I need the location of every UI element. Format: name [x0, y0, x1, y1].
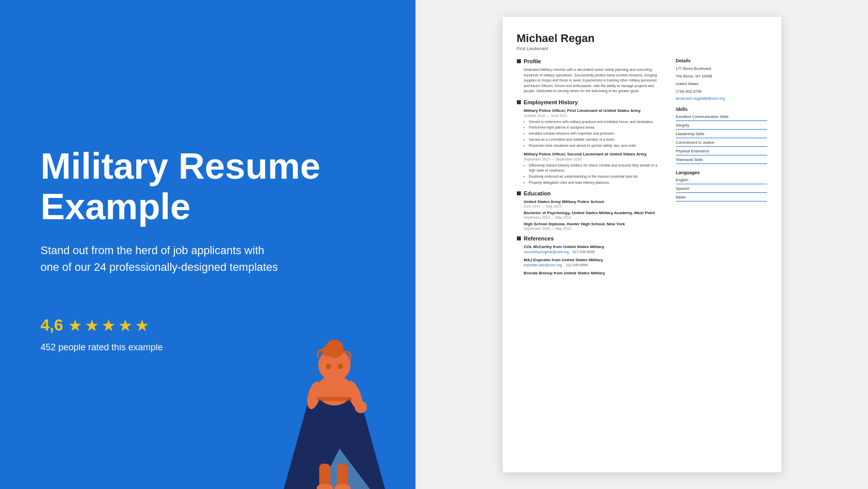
- page-title: Military Resume Example: [41, 146, 375, 226]
- left-panel: Military Resume Example Stand out from t…: [0, 0, 416, 489]
- employment-section-header: Employment History: [517, 99, 663, 105]
- star-2: ★: [85, 316, 99, 335]
- resume-sidebar-column: Details 177 Bronx Boulevard The Bronx, N…: [671, 58, 767, 279]
- job-1-date: October 2016 — June 2021: [524, 114, 663, 117]
- skill-5: Physical Endurance: [676, 149, 767, 155]
- skill-1: Excellent Communication Skills: [676, 114, 767, 121]
- svg-point-6: [326, 363, 331, 370]
- lang-3: Italian: [676, 195, 767, 201]
- ref-1-name: COL McCarthy from United States Military: [524, 244, 663, 249]
- skills-title: Skills: [676, 107, 767, 112]
- details-title: Details: [676, 58, 767, 63]
- references-content: COL McCarthy from United States Military…: [517, 244, 663, 275]
- job-1-title: Military Police Officer, First Lieutenan…: [524, 108, 663, 113]
- svg-point-7: [338, 363, 343, 370]
- bullet-item: Performed night patrols in assigned area…: [529, 125, 663, 130]
- employment-title: Employment History: [524, 99, 578, 105]
- ref-2-contact: espositio.alan@usm.org 212-345-6599: [524, 263, 663, 267]
- profile-icon: [517, 59, 521, 63]
- education-content: United States Army Military Police Schoo…: [517, 199, 663, 230]
- bullet-item: Routinely enforced an understanding of t…: [529, 174, 663, 179]
- rating-number: 4,6: [41, 316, 63, 335]
- svg-point-9: [355, 401, 367, 413]
- resume-card: Michael Regan First Lieutenant Profile D…: [503, 17, 781, 472]
- resume-body: Profile Dedicated Military member with a…: [517, 58, 767, 279]
- employment-icon: [517, 100, 521, 104]
- skill-4: Commitment to Justice: [676, 140, 767, 147]
- edu-1-institution: United States Army Military Police Schoo…: [524, 199, 663, 204]
- profile-section-header: Profile: [517, 58, 663, 64]
- resume-job-title: First Lieutenant: [517, 46, 767, 51]
- edu-2-institution: Bachelor of Psychology, United States Mi…: [524, 211, 663, 215]
- stars: ★ ★ ★ ★ ★: [68, 316, 149, 335]
- education-section-header: Education: [517, 190, 663, 196]
- bullet-item: Served in coherence with military practi…: [529, 119, 663, 125]
- lang-2: Spanish: [676, 186, 767, 193]
- job-2-title: Military Police Officer, Second Lieutena…: [524, 152, 663, 156]
- job-2: Military Police Officer, Second Lieutena…: [524, 152, 663, 185]
- skill-2: Integrity: [676, 123, 767, 130]
- bullet-item: Served as a committed and reliable membe…: [529, 137, 663, 142]
- address-country: United States: [676, 81, 767, 87]
- ref-1: COL McCarthy from United States Military…: [524, 244, 663, 254]
- education-icon: [517, 191, 521, 195]
- profile-text: Dedicated Military member with a decorat…: [517, 67, 663, 94]
- phone: (718) 832-3799: [676, 89, 767, 95]
- education-title: Education: [524, 190, 551, 196]
- skill-3: Leadership Skills: [676, 132, 767, 138]
- bullet-item: Handled combat missions with expertise a…: [529, 131, 663, 136]
- ref-1-email: mcccarthy.eugene@usm.org: [524, 250, 569, 254]
- resume-header: Michael Regan First Lieutenant: [517, 32, 767, 51]
- references-icon: [517, 236, 521, 240]
- svg-rect-15: [317, 397, 352, 401]
- star-4: ★: [118, 316, 133, 335]
- address-line2: The Bronx, NY 10458: [676, 73, 767, 79]
- star-5: ★: [135, 316, 149, 335]
- star-3: ★: [101, 316, 116, 335]
- resume-main-column: Profile Dedicated Military member with a…: [517, 58, 663, 279]
- lang-1: English: [676, 178, 767, 184]
- ref-2: MAJ Esposito from United States Military…: [524, 258, 663, 267]
- edu-3-dates: September 2006 — May 2010: [524, 227, 663, 230]
- edu-3-institution: High School Diploma, Hunter High School,…: [524, 222, 663, 226]
- bullet-item: Effectively trained infantry soldiers fo…: [529, 163, 663, 173]
- ref-2-email: espositio.alan@usm.org: [524, 263, 562, 267]
- employment-content: Military Police Officer, First Lieutenan…: [517, 108, 663, 185]
- email: lieutenant.regan88@usm.org: [676, 96, 767, 101]
- references-section-header: References: [517, 235, 663, 241]
- ref-3: Brenda Bishop from United States Militar…: [524, 271, 663, 275]
- ref-2-name: MAJ Esposito from United States Military: [524, 258, 663, 262]
- job-2-bullets: Effectively trained infantry soldiers fo…: [524, 163, 663, 185]
- character-illustration: [269, 297, 400, 489]
- star-1: ★: [68, 316, 83, 335]
- references-title: References: [524, 235, 554, 241]
- job-1-bullets: Served in coherence with military practi…: [524, 119, 663, 148]
- edu-2-dates: September 2010 — May 2014: [524, 216, 663, 219]
- address-line1: 177 Bronx Boulevard: [676, 66, 767, 72]
- edu-1-dates: June 2014 — May 2015: [524, 205, 663, 208]
- resume-name: Michael Regan: [517, 32, 767, 45]
- ref-3-name: Brenda Bishop from United States Militar…: [524, 271, 663, 275]
- job-2-date: September 2015 — September 2016: [524, 157, 663, 161]
- languages-title: Languages: [676, 170, 767, 175]
- ref-1-contact: mcccarthy.eugene@usm.org 917-546-8009: [524, 250, 663, 254]
- bullet-item: Resolved crisis situations and aimed to …: [529, 143, 663, 148]
- right-panel: Michael Regan First Lieutenant Profile D…: [416, 0, 868, 489]
- profile-title: Profile: [524, 58, 541, 64]
- bullet-item: Properly delegated roles and lead infant…: [529, 180, 663, 185]
- subtitle-text: Stand out from the herd of job applicant…: [41, 242, 284, 275]
- skill-6: Teamwork Skills: [676, 157, 767, 164]
- ref-2-phone: 212-345-6599: [565, 263, 588, 267]
- ref-1-phone: 917-546-8009: [573, 250, 595, 254]
